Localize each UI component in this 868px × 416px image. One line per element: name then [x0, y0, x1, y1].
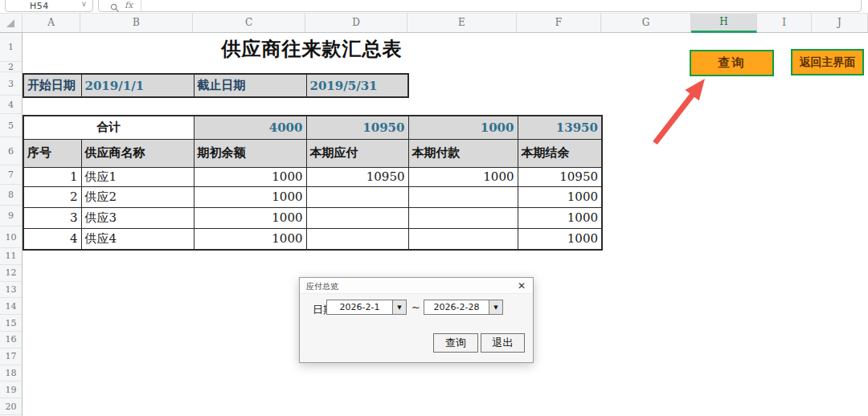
cell-no[interactable]: 2: [23, 186, 81, 207]
cell-balance[interactable]: 10950: [518, 167, 602, 186]
total-initial-cell[interactable]: 4000: [194, 116, 306, 139]
row-header-9[interactable]: 9: [0, 206, 22, 226]
column-header-c[interactable]: C: [193, 14, 305, 32]
column-header-e[interactable]: E: [407, 14, 517, 32]
cell-payable[interactable]: [306, 207, 408, 228]
cell-payable[interactable]: [306, 186, 408, 207]
row-header-20[interactable]: 20: [0, 398, 22, 415]
dialog-title: 应付总览: [306, 281, 338, 292]
row-header-6[interactable]: 6: [0, 137, 22, 165]
cell-paid[interactable]: [408, 207, 518, 228]
from-date-combobox[interactable]: 2026-2-1: [326, 300, 393, 315]
to-date-combobox[interactable]: 2026-2-28: [424, 300, 489, 315]
dialog-query-button[interactable]: 查询: [433, 333, 478, 353]
cell-initial[interactable]: 1000: [194, 186, 306, 207]
header-initial-balance[interactable]: 期初余额: [194, 139, 306, 167]
start-date-value-cell[interactable]: 2019/1/1: [81, 74, 194, 97]
dialog-titlebar[interactable]: 应付总览 ✕: [300, 278, 533, 294]
active-cell-reference: H54: [30, 1, 49, 11]
cell-no[interactable]: 1: [23, 167, 81, 186]
search-icon: [110, 1, 120, 14]
spreadsheet-app: H54 ∨ fx A B C D E F G H I J 1 2 3 4 5 6…: [0, 0, 868, 416]
end-date-value-cell[interactable]: 2019/5/31: [306, 74, 408, 97]
header-serial[interactable]: 序号: [23, 139, 81, 167]
cell-initial[interactable]: 1000: [194, 207, 306, 228]
fx-icon[interactable]: fx: [125, 0, 133, 10]
row-header-10[interactable]: 10: [0, 226, 22, 248]
cell-name[interactable]: 供应4: [81, 228, 194, 250]
select-all-triangle-icon: [6, 19, 14, 27]
header-balance[interactable]: 本期结余: [518, 139, 602, 167]
cell-name[interactable]: 供应2: [81, 186, 194, 207]
chevron-down-icon[interactable]: ∨: [81, 0, 87, 8]
cell-paid[interactable]: 1000: [408, 167, 518, 186]
cell-paid[interactable]: [408, 228, 518, 250]
row-header-8[interactable]: 8: [0, 185, 22, 206]
cell-no[interactable]: 3: [23, 207, 81, 228]
table-header-row: 序号 供应商名称 期初余额 本期应付 本期付款 本期结余: [23, 139, 602, 167]
row-header-5[interactable]: 5: [0, 114, 22, 137]
row-header-13[interactable]: 13: [0, 282, 22, 299]
column-header-f[interactable]: F: [517, 14, 601, 32]
column-header-g[interactable]: G: [601, 14, 691, 32]
total-label-cell[interactable]: 合计: [23, 116, 194, 139]
formula-input[interactable]: fx: [98, 0, 862, 12]
row-header-3[interactable]: 3: [0, 72, 22, 96]
header-paid[interactable]: 本期付款: [408, 139, 518, 167]
total-payable-cell[interactable]: 10950: [306, 116, 408, 139]
row-header-14[interactable]: 14: [0, 298, 22, 315]
supplier-summary-table: 合计 4000 10950 1000 13950 序号 供应商名称 期初余额 本…: [23, 115, 603, 251]
row-header-17[interactable]: 17: [0, 349, 22, 365]
column-header-h-selected[interactable]: H: [691, 14, 757, 33]
end-date-label-cell[interactable]: 截止日期: [194, 74, 306, 97]
row-header-18[interactable]: 18: [0, 365, 22, 382]
select-all-corner[interactable]: [0, 14, 23, 32]
header-supplier-name[interactable]: 供应商名称: [81, 139, 194, 167]
date-range-table: 开始日期 2019/1/1 截止日期 2019/5/31: [23, 73, 409, 98]
column-header-strip: A B C D E F G H I J: [0, 14, 868, 33]
red-arrow-annotation: [627, 72, 715, 153]
cell-name[interactable]: 供应3: [81, 207, 194, 228]
total-row: 合计 4000 10950 1000 13950: [23, 116, 602, 139]
cell-payable[interactable]: 10950: [306, 167, 408, 186]
page-title[interactable]: 供应商往来款汇总表: [23, 34, 601, 63]
table-row: 3 供应3 1000 1000: [23, 207, 602, 228]
row-header-strip: 1 2 3 4 5 6 7 8 9 10 11 12 13 14 15 16 1…: [0, 33, 23, 416]
row-header-15[interactable]: 15: [0, 315, 22, 332]
row-header-4[interactable]: 4: [0, 96, 22, 114]
row-header-16[interactable]: 16: [0, 332, 22, 349]
row-header-1[interactable]: 1: [0, 33, 22, 62]
column-header-a[interactable]: A: [23, 14, 80, 32]
header-payable[interactable]: 本期应付: [306, 139, 408, 167]
column-header-b[interactable]: B: [80, 14, 193, 32]
column-header-d[interactable]: D: [305, 14, 407, 32]
cell-name-box[interactable]: H54 ∨: [5, 0, 93, 12]
table-row: 1 供应1 1000 10950 1000 10950: [23, 167, 602, 186]
start-date-label-cell[interactable]: 开始日期: [23, 74, 81, 97]
from-date-dropdown-icon[interactable]: ▼: [392, 300, 407, 315]
cell-paid[interactable]: [408, 186, 518, 207]
cell-balance[interactable]: 1000: [518, 186, 602, 207]
row-header-12[interactable]: 12: [0, 265, 22, 282]
cell-balance[interactable]: 1000: [518, 228, 602, 250]
back-to-main-button[interactable]: 返回主界面: [791, 49, 864, 75]
cell-payable[interactable]: [306, 228, 408, 250]
to-date-dropdown-icon[interactable]: ▼: [489, 300, 503, 315]
column-header-i[interactable]: I: [757, 14, 812, 32]
cell-balance[interactable]: 1000: [518, 207, 602, 228]
dialog-exit-button[interactable]: 退出: [481, 333, 525, 353]
row-header-19[interactable]: 19: [0, 381, 22, 398]
close-icon[interactable]: ✕: [515, 279, 528, 292]
cell-name[interactable]: 供应1: [81, 167, 194, 186]
cell-initial[interactable]: 1000: [194, 228, 306, 250]
total-paid-cell[interactable]: 1000: [408, 116, 518, 139]
row-header-7[interactable]: 7: [0, 165, 22, 185]
total-balance-cell[interactable]: 13950: [518, 116, 602, 139]
row-header-2[interactable]: 2: [0, 62, 22, 72]
column-header-j[interactable]: J: [812, 14, 868, 32]
cell-initial[interactable]: 1000: [194, 167, 306, 186]
query-button[interactable]: 查询: [690, 50, 774, 76]
cell-no[interactable]: 4: [23, 228, 81, 250]
formula-bar-divider: [141, 0, 141, 11]
row-header-11[interactable]: 11: [0, 248, 22, 265]
